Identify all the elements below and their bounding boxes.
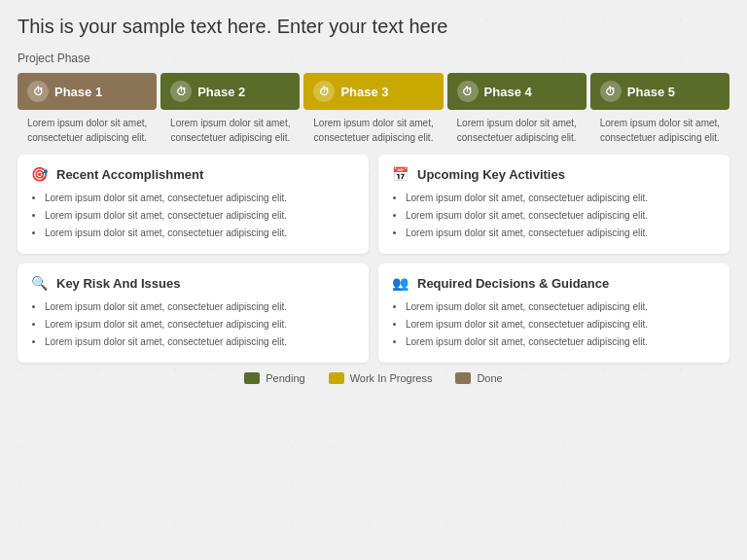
phase-button-4[interactable]: ⏱Phase 4: [447, 73, 587, 110]
card-list-recent-accomplishment: Lorem ipsum dolor sit amet, consectetuer…: [29, 192, 357, 240]
list-item: Lorem ipsum dolor sit amet, consectetuer…: [45, 209, 357, 223]
card-icon-recent-accomplishment: 🎯: [29, 164, 49, 184]
section-label: Project Phase: [18, 52, 729, 65]
phase-label-4: Phase 4: [484, 85, 532, 99]
card-title-upcoming-key-activities: Upcoming Key Activities: [417, 167, 565, 182]
timer-icon-phase-5: ⏱: [600, 81, 622, 102]
timer-icon-phase-2: ⏱: [170, 81, 192, 102]
phase-button-1[interactable]: ⏱Phase 1: [18, 73, 157, 110]
phase-col-5: ⏱Phase 5Lorem ipsum dolor sit amet, cons…: [590, 73, 729, 145]
card-recent-accomplishment: 🎯Recent AccomplishmentLorem ipsum dolor …: [18, 155, 369, 254]
phase-desc-3: Lorem ipsum dolor sit amet, consectetuer…: [303, 116, 443, 145]
page-title: This is your sample text here. Enter you…: [18, 16, 729, 38]
list-item: Lorem ipsum dolor sit amet, consectetuer…: [406, 227, 718, 240]
phase-label-3: Phase 3: [340, 85, 388, 99]
legend-label-pending: Pending: [266, 372, 304, 384]
phase-button-3[interactable]: ⏱Phase 3: [303, 73, 443, 110]
phase-label-2: Phase 2: [197, 85, 245, 99]
card-header-upcoming-key-activities: 📅Upcoming Key Activities: [390, 164, 718, 184]
phase-col-1: ⏱Phase 1Lorem ipsum dolor sit amet, cons…: [18, 73, 157, 145]
phase-desc-5: Lorem ipsum dolor sit amet, consectetuer…: [590, 116, 729, 145]
card-list-required-decisions: Lorem ipsum dolor sit amet, consectetuer…: [390, 300, 718, 349]
card-title-required-decisions: Required Decisions & Guidance: [417, 276, 609, 291]
phase-col-3: ⏱Phase 3Lorem ipsum dolor sit amet, cons…: [303, 73, 443, 145]
card-icon-key-risk-issues: 🔍: [29, 273, 49, 293]
bottom-grid: 🎯Recent AccomplishmentLorem ipsum dolor …: [18, 155, 729, 363]
card-key-risk-issues: 🔍Key Risk And IssuesLorem ipsum dolor si…: [18, 263, 369, 363]
list-item: Lorem ipsum dolor sit amet, consectetuer…: [406, 335, 718, 349]
card-list-upcoming-key-activities: Lorem ipsum dolor sit amet, consectetuer…: [390, 192, 718, 240]
legend-color-pending: [244, 372, 260, 384]
list-item: Lorem ipsum dolor sit amet, consectetuer…: [406, 300, 718, 314]
phase-desc-2: Lorem ipsum dolor sit amet, consectetuer…: [160, 116, 300, 145]
card-header-recent-accomplishment: 🎯Recent Accomplishment: [29, 164, 357, 184]
phase-desc-1: Lorem ipsum dolor sit amet, consectetuer…: [18, 116, 157, 145]
phase-button-2[interactable]: ⏱Phase 2: [160, 73, 300, 110]
list-item: Lorem ipsum dolor sit amet, consectetuer…: [45, 227, 357, 240]
list-item: Lorem ipsum dolor sit amet, consectetuer…: [406, 192, 718, 205]
legend-item-wip: Work In Progress: [329, 372, 433, 384]
timer-icon-phase-1: ⏱: [27, 81, 49, 102]
phase-label-5: Phase 5: [627, 85, 675, 99]
legend-label-done: Done: [477, 372, 502, 384]
phase-col-4: ⏱Phase 4Lorem ipsum dolor sit amet, cons…: [447, 73, 587, 145]
card-icon-upcoming-key-activities: 📅: [390, 164, 409, 184]
main-container: This is your sample text here. Enter you…: [0, 0, 747, 400]
timer-icon-phase-4: ⏱: [457, 81, 479, 102]
list-item: Lorem ipsum dolor sit amet, consectetuer…: [406, 209, 718, 223]
legend-color-wip: [329, 372, 344, 384]
card-icon-required-decisions: 👥: [390, 273, 409, 293]
card-header-key-risk-issues: 🔍Key Risk And Issues: [29, 273, 357, 293]
phases-row: ⏱Phase 1Lorem ipsum dolor sit amet, cons…: [18, 73, 729, 145]
phase-desc-4: Lorem ipsum dolor sit amet, consectetuer…: [447, 116, 587, 145]
legend-item-pending: Pending: [244, 372, 304, 384]
legend-color-done: [455, 372, 471, 384]
phase-label-1: Phase 1: [54, 85, 102, 99]
card-title-recent-accomplishment: Recent Accomplishment: [56, 167, 203, 182]
list-item: Lorem ipsum dolor sit amet, consectetuer…: [45, 192, 357, 205]
card-required-decisions: 👥Required Decisions & GuidanceLorem ipsu…: [378, 263, 729, 363]
card-list-key-risk-issues: Lorem ipsum dolor sit amet, consectetuer…: [29, 300, 357, 349]
legend-label-wip: Work In Progress: [350, 372, 433, 384]
timer-icon-phase-3: ⏱: [313, 81, 335, 102]
phase-col-2: ⏱Phase 2Lorem ipsum dolor sit amet, cons…: [160, 73, 300, 145]
card-upcoming-key-activities: 📅Upcoming Key ActivitiesLorem ipsum dolo…: [378, 155, 729, 254]
legend: PendingWork In ProgressDone: [18, 372, 729, 384]
legend-item-done: Done: [455, 372, 502, 384]
card-title-key-risk-issues: Key Risk And Issues: [56, 276, 180, 291]
list-item: Lorem ipsum dolor sit amet, consectetuer…: [406, 318, 718, 332]
phase-button-5[interactable]: ⏱Phase 5: [590, 73, 729, 110]
list-item: Lorem ipsum dolor sit amet, consectetuer…: [45, 318, 357, 332]
list-item: Lorem ipsum dolor sit amet, consectetuer…: [45, 335, 357, 349]
card-header-required-decisions: 👥Required Decisions & Guidance: [390, 273, 718, 293]
list-item: Lorem ipsum dolor sit amet, consectetuer…: [45, 300, 357, 314]
